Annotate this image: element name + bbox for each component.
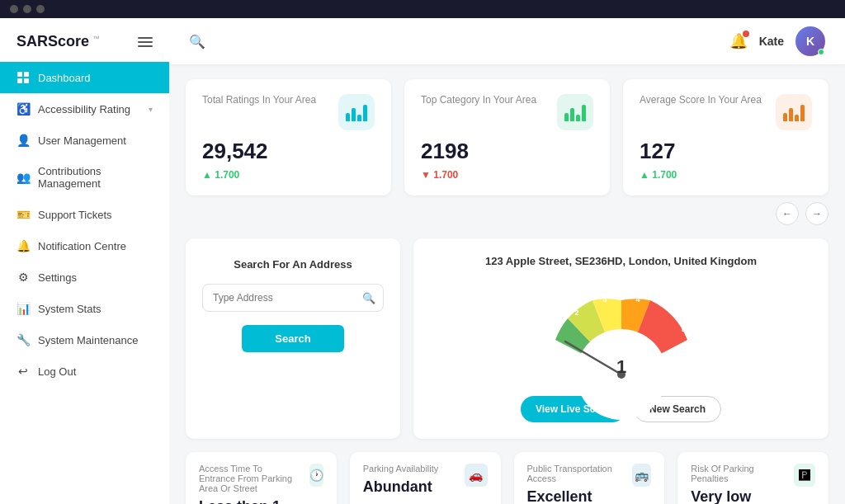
bottom-card-value: Abundant [363, 478, 439, 496]
stat-card-header: Average Score In Your Area [640, 94, 812, 130]
sidebar-item-settings[interactable]: ⚙ Settings [0, 261, 169, 293]
bottom-card-content: Risk Of Parking Penalties Very low [691, 464, 786, 504]
sidebar-item-label: System Stats [38, 303, 153, 315]
sidebar-item-accessibility[interactable]: ♿ Accessibility Rating ▾ [0, 93, 169, 125]
svg-rect-0 [17, 72, 22, 77]
address-search-card: Search For An Address 🔍 Search [186, 238, 400, 439]
nav-arrows: ← → [186, 202, 828, 225]
svg-text:1: 1 [551, 339, 555, 347]
clock-icon: 🕐 [309, 464, 323, 487]
search-icon: 🔍 [189, 34, 205, 49]
content-area: Total Ratings In Your Area 29,542 ▲ 1.70… [169, 64, 845, 504]
svg-rect-3 [24, 78, 29, 83]
stat-value: 2198 [421, 139, 593, 164]
app-logo-tm: ™ [92, 35, 100, 43]
sidebar-item-label: User Management [38, 134, 153, 147]
titlebar-dot-1 [10, 5, 18, 13]
stat-value: 127 [640, 139, 812, 164]
bottom-card-value: Very low [691, 488, 786, 504]
stat-card-total-ratings: Total Ratings In Your Area 29,542 ▲ 1.70… [186, 79, 391, 195]
header-right: 🔔 Kate K [729, 26, 825, 56]
header-search[interactable]: 🔍 [189, 34, 729, 49]
sidebar-item-label: System Maintenance [38, 334, 153, 346]
sidebar-item-stats[interactable]: 📊 System Stats [0, 293, 169, 324]
sidebar-item-dashboard[interactable]: Dashboard [0, 62, 169, 93]
gauge-svg: 1 1 2 3 4 5 [531, 284, 712, 383]
avatar-online-indicator [818, 49, 824, 55]
bottom-card-parking: Parking Availability Abundant 🚗 [350, 452, 501, 504]
svg-text:2: 2 [574, 309, 578, 317]
header-username: Kate [759, 35, 784, 48]
stat-value: 29,542 [202, 139, 375, 164]
sidebar-item-label: Contributions Management [38, 165, 153, 190]
bottom-card-label: Risk Of Parking Penalties [691, 464, 786, 483]
stat-card-average-score: Average Score In Your Area 127 ▲ 1.700 [623, 79, 828, 195]
address-input-wrap: 🔍 [202, 284, 384, 312]
stat-change: ▼ 1.700 [421, 169, 593, 181]
stat-card-header: Top Category In Your Area [421, 94, 593, 130]
gauge-card: 123 Apple Street, SE236HD, London, Unite… [413, 238, 828, 439]
search-button[interactable]: Search [242, 325, 343, 352]
sidebar-item-label: Notification Centre [38, 240, 153, 252]
bottom-card-value: Excellent [527, 488, 624, 504]
parking-icon: 🅿 [794, 464, 815, 487]
bell-notification-dot [743, 31, 749, 37]
stat-title: Average Score In Your Area [640, 94, 762, 106]
next-arrow-button[interactable]: → [805, 202, 828, 225]
bottom-card-content: Access Time To Entrance From Parking Are… [199, 464, 301, 504]
titlebar [0, 0, 845, 18]
bottom-card-transit: Public Transportation Access Excellent 🚌 [514, 452, 665, 504]
bottom-card-label: Public Transportation Access [527, 464, 624, 483]
bottom-card-value: Less than 1 minute [199, 498, 301, 504]
prev-arrow-button[interactable]: ← [776, 202, 799, 225]
notification-bell[interactable]: 🔔 [729, 32, 748, 50]
users-icon: 👥 [17, 171, 30, 184]
svg-text:5: 5 [681, 325, 685, 333]
car-icon: 🚗 [465, 464, 488, 487]
input-search-icon: 🔍 [362, 292, 375, 304]
bottom-card-risk: Risk Of Parking Penalties Very low 🅿 [677, 452, 828, 504]
wrench-icon: 🔧 [17, 333, 30, 346]
titlebar-dot-3 [36, 5, 45, 13]
stat-icon-total [338, 94, 375, 130]
stat-change: ▲ 1.700 [202, 169, 375, 181]
stat-icon-category [557, 94, 593, 130]
bottom-card-content: Public Transportation Access Excellent [527, 464, 624, 504]
gauge-container: 1 1 2 3 4 5 [531, 284, 712, 383]
svg-rect-1 [24, 72, 29, 77]
hamburger-menu[interactable] [138, 37, 153, 47]
sidebar-item-logout[interactable]: ↩ Log Out [0, 356, 169, 387]
sidebar-item-label: Dashboard [38, 72, 153, 84]
bottom-card-content: Parking Availability Abundant [363, 464, 439, 496]
logout-icon: ↩ [17, 365, 30, 378]
sidebar-logo-area: SARScore ™ [0, 18, 169, 62]
sidebar-item-maintenance[interactable]: 🔧 System Maintenance [0, 324, 169, 356]
stat-icon-average [776, 94, 812, 130]
svg-text:1: 1 [616, 356, 625, 377]
grid-icon [17, 71, 30, 84]
stat-card-header: Total Ratings In Your Area [202, 94, 375, 130]
header: 🔍 🔔 Kate K [169, 18, 845, 64]
sidebar-item-support[interactable]: 🎫 Support Tickets [0, 199, 169, 230]
app-logo-text: SARScore [17, 33, 89, 50]
gear-icon: ⚙ [17, 271, 30, 284]
sidebar-item-label: Settings [38, 271, 153, 284]
bottom-card-label: Parking Availability [363, 464, 439, 473]
sidebar-item-contributions[interactable]: 👥 Contributions Management [0, 156, 169, 199]
bottom-card-label: Access Time To Entrance From Parking Are… [199, 464, 301, 493]
stats-row: Total Ratings In Your Area 29,542 ▲ 1.70… [186, 79, 828, 195]
sidebar: SARScore ™ Dashboard ♿ [0, 18, 169, 504]
stat-change: ▲ 1.700 [640, 169, 812, 181]
avatar: K [795, 26, 825, 56]
app-body: SARScore ™ Dashboard ♿ [0, 18, 845, 504]
sidebar-item-label: Accessibility Rating [38, 103, 140, 115]
sidebar-item-user-management[interactable]: 👤 User Management [0, 125, 169, 156]
sidebar-item-notifications[interactable]: 🔔 Notification Centre [0, 230, 169, 261]
sidebar-nav: Dashboard ♿ Accessibility Rating ▾ 👤 Use… [0, 62, 169, 504]
gauge-address: 123 Apple Street, SE236HD, London, Unite… [485, 255, 757, 267]
user-icon: 👤 [17, 134, 30, 147]
bell-icon: 🔔 [17, 239, 30, 252]
sidebar-item-label: Log Out [38, 365, 153, 378]
stat-card-top-category: Top Category In Your Area 2198 ▼ 1.700 [404, 79, 610, 195]
address-input[interactable] [202, 284, 384, 312]
